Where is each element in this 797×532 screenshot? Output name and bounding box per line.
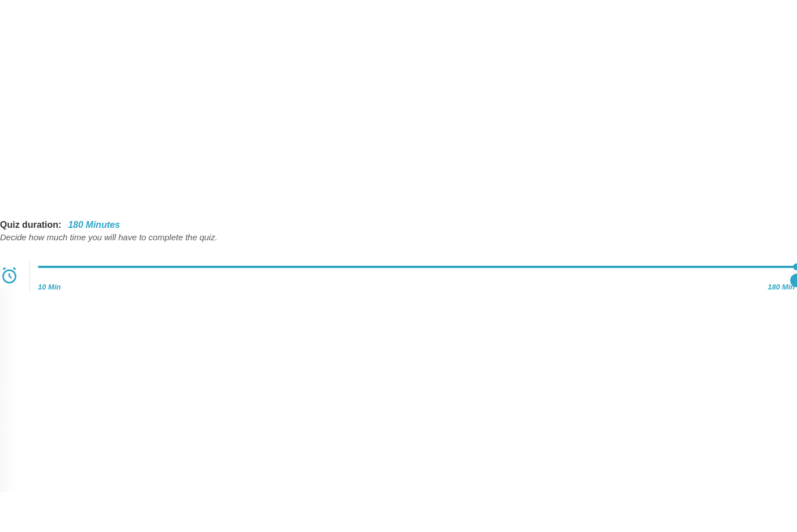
quiz-duration-section: Quiz duration: 180 Minutes Decide how mu… [0,220,797,292]
slider-thumb[interactable] [793,263,797,270]
duration-slider-row: 10 Min 180 Min [0,261,797,292]
slider-track [38,266,797,268]
svg-line-3 [3,268,6,270]
duration-slider[interactable]: 10 Min 180 Min [30,261,797,291]
duration-title-row: Quiz duration: 180 Minutes [0,220,797,230]
decorative-gradient [0,288,17,492]
slider-labels: 10 Min 180 Min [38,283,797,291]
duration-description: Decide how much time you will have to co… [0,232,797,242]
duration-label: Quiz duration: [0,220,61,230]
svg-line-4 [13,268,15,270]
duration-value: 180 Minutes [68,220,120,230]
slider-min-label: 10 Min [38,283,61,291]
clock-icon-column [0,261,30,292]
alarm-clock-icon [0,266,19,287]
svg-line-2 [10,276,12,278]
